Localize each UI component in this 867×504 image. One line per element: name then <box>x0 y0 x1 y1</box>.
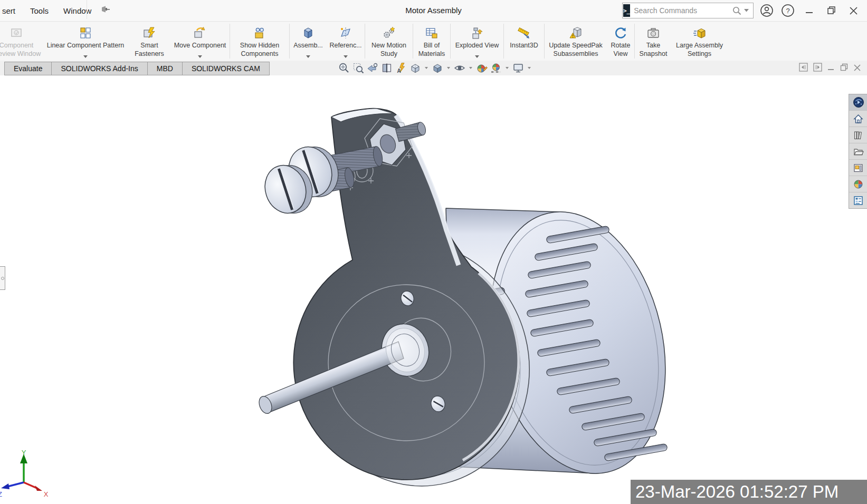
home-icon[interactable] <box>849 111 867 127</box>
menu-bar: sert Tools Window <box>1 0 110 21</box>
large-assembly-settings-icon <box>693 26 707 41</box>
new-motion-study-icon <box>382 26 396 41</box>
reference-triad: Y Z X <box>0 450 69 502</box>
menu-insert[interactable]: sert <box>1 6 23 15</box>
chevron-down-icon[interactable] <box>344 55 348 58</box>
zoom-to-fit-icon[interactable] <box>338 62 350 74</box>
triad-z-label: Z <box>0 490 2 498</box>
task-pane <box>849 94 867 209</box>
chevron-down-icon[interactable] <box>475 55 479 58</box>
smart-fasteners-button[interactable]: Smart Fasteners <box>128 24 170 59</box>
chevron-down-icon[interactable] <box>198 55 202 58</box>
menu-tools[interactable]: Tools <box>23 6 56 15</box>
command-manager-ribbon: Component Preview Window Linear Componen… <box>0 22 867 61</box>
ribbon-group-motion: New Motion Study <box>365 24 413 59</box>
chevron-down-icon[interactable] <box>83 55 88 58</box>
assembly-features-button[interactable]: Assemb... <box>290 24 327 59</box>
ribbon-group-visibility: Show Hidden Components <box>230 24 290 59</box>
dynamic-annotation-views-icon[interactable]: A <box>395 62 407 74</box>
ribbon-group-exploded: Exploded View <box>451 24 504 59</box>
chevron-down-icon[interactable] <box>425 67 428 69</box>
menu-window[interactable]: Window <box>56 6 99 15</box>
view-settings-icon[interactable] <box>512 62 525 74</box>
ribbon-group-snapshot: Take Snapshot Large Assembly Settings <box>635 24 727 59</box>
chevron-down-icon[interactable] <box>528 67 531 69</box>
exploded-view-button[interactable]: Exploded View <box>451 24 503 59</box>
view-orientation-icon[interactable] <box>409 62 422 74</box>
custom-properties-icon[interactable] <box>849 192 867 208</box>
window-title: Motor Assembly <box>405 0 462 21</box>
take-snapshot-icon <box>646 26 660 41</box>
new-motion-study-button[interactable]: New Motion Study <box>365 24 413 59</box>
large-assembly-settings-button[interactable]: Large Assembly Settings <box>672 24 727 59</box>
tab-mbd[interactable]: MBD <box>148 62 183 75</box>
display-style-icon[interactable] <box>431 62 444 74</box>
minimize-icon[interactable] <box>802 3 817 18</box>
chevron-down-icon[interactable] <box>469 67 472 69</box>
file-explorer-icon[interactable] <box>849 143 867 160</box>
pin-icon[interactable] <box>101 6 110 15</box>
previous-view-icon[interactable] <box>366 62 379 74</box>
view-palette-icon[interactable] <box>849 160 867 176</box>
triad-y-label: Y <box>22 450 26 457</box>
update-speedpak-icon <box>569 26 583 41</box>
restore-icon[interactable] <box>824 3 839 18</box>
hide-show-items-icon[interactable] <box>453 62 466 74</box>
instant3d-button[interactable]: Instant3D <box>504 24 544 59</box>
apply-scene-icon[interactable] <box>490 62 502 74</box>
tab-evaluate[interactable]: Evaluate <box>5 62 52 75</box>
previous-pane-icon[interactable] <box>799 63 808 74</box>
section-view-icon[interactable] <box>380 62 393 74</box>
search-icon[interactable] <box>732 6 741 15</box>
command-manager-tab-row: Evaluate SOLIDWORKS Add-Ins MBD SOLIDWOR… <box>0 61 867 76</box>
edit-appearance-icon[interactable] <box>475 62 488 74</box>
smart-fasteners-icon <box>142 26 156 41</box>
ribbon-group-instant3d: Instant3D <box>504 24 545 59</box>
menu-separator <box>87 0 87 19</box>
assembly-features-icon <box>301 26 315 41</box>
solidworks-window: { "titlebar": { "menus": ["sert", "Tools… <box>0 0 867 504</box>
command-prompt-icon: >_ <box>623 4 630 17</box>
bill-of-materials-button[interactable]: Bill of Materials <box>413 24 450 59</box>
move-component-icon <box>193 26 207 41</box>
minimize-icon[interactable] <box>827 64 835 73</box>
linear-component-pattern-icon <box>79 26 92 41</box>
user-account-icon[interactable] <box>759 3 774 18</box>
close-icon[interactable] <box>846 3 861 18</box>
heads-up-view-toolbar: A <box>338 62 532 74</box>
3dexperience-icon[interactable] <box>849 94 867 111</box>
ribbon-group-speedpak: Update SpeedPak Subassemblies Rotate Vie… <box>545 24 635 59</box>
title-bar: sert Tools Window Motor Assembly >_ ? <box>0 0 867 22</box>
zoom-to-area-icon[interactable] <box>352 62 365 74</box>
restore-icon[interactable] <box>840 63 849 74</box>
document-window-controls <box>799 63 861 74</box>
tab-solidworks-add-ins[interactable]: SOLIDWORKS Add-Ins <box>52 62 147 75</box>
chevron-down-icon[interactable] <box>506 67 509 69</box>
motor-assembly-model[interactable] <box>0 75 867 504</box>
design-library-icon[interactable] <box>849 127 867 143</box>
feature-tree-flyout-tab[interactable] <box>0 266 5 290</box>
chevron-down-icon[interactable] <box>306 55 310 58</box>
move-component-button[interactable]: Move Component <box>170 24 230 59</box>
take-snapshot-button[interactable]: Take Snapshot <box>635 24 672 59</box>
exploded-view-icon <box>470 26 484 41</box>
close-icon[interactable] <box>854 64 861 73</box>
update-speedpak-button[interactable]: Update SpeedPak Subassemblies <box>545 24 607 59</box>
search-input[interactable] <box>631 6 732 15</box>
rotate-view-button[interactable]: Rotate View <box>607 24 634 59</box>
help-icon[interactable]: ? <box>780 3 795 18</box>
graphics-area[interactable]: Y Z X 23-Mar-2026 01:52:27 PM <box>0 75 867 504</box>
chevron-down-icon[interactable] <box>447 67 450 69</box>
triad-x-label: X <box>44 490 49 498</box>
show-hidden-components-button[interactable]: Show Hidden Components <box>230 24 289 59</box>
tab-solidworks-cam[interactable]: SOLIDWORKS CAM <box>183 62 269 75</box>
next-pane-icon[interactable] <box>813 63 822 74</box>
search-dropdown-icon[interactable] <box>744 9 749 12</box>
linear-component-pattern-button[interactable]: Linear Component Pattern <box>43 24 128 59</box>
component-preview-window-button: Component Preview Window <box>0 24 43 59</box>
appearances-scenes-icon[interactable] <box>849 176 867 192</box>
search-commands-box: >_ <box>622 3 754 18</box>
reference-geometry-button[interactable]: Referenc... <box>327 24 365 59</box>
command-manager-tabs: Evaluate SOLIDWORKS Add-Ins MBD SOLIDWOR… <box>4 62 270 75</box>
show-hidden-components-icon <box>253 26 266 41</box>
